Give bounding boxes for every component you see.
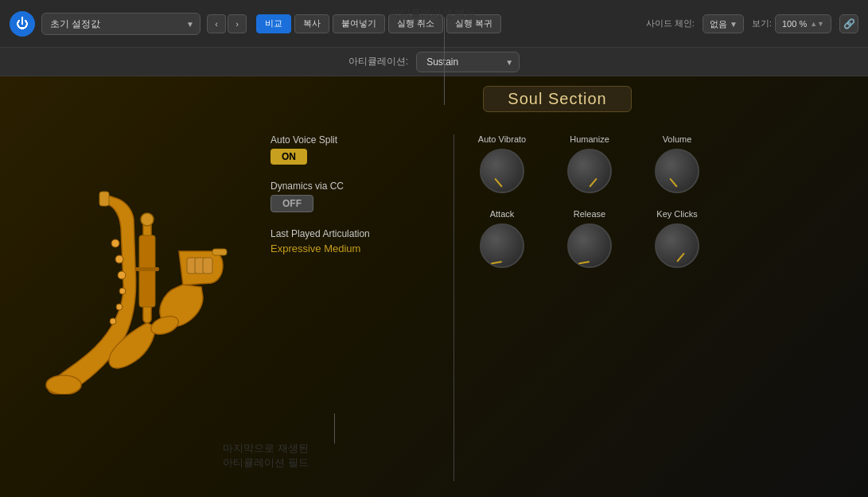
auto-voice-split-group: Auto Voice Split ON <box>263 134 438 165</box>
copy-button[interactable]: 복사 <box>294 14 329 33</box>
key-clicks-label: Key Clicks <box>656 209 697 219</box>
humanize-knob[interactable] <box>567 149 612 193</box>
volume-indicator <box>669 178 678 188</box>
humanize-label: Humanize <box>570 134 609 144</box>
side-chain-dropdown[interactable]: 없음 <box>703 14 744 33</box>
articulation-dropdown[interactable]: Sustain Staccato Short Accent <box>416 52 520 72</box>
release-indicator <box>578 261 590 264</box>
knob-row-1: Auto Vibrato Humanize Volume <box>470 134 852 193</box>
power-button[interactable]: ⏻ <box>10 11 35 37</box>
dynamics-via-cc-toggle[interactable]: OFF <box>271 195 313 212</box>
svg-point-2 <box>115 255 123 263</box>
svg-point-1 <box>111 239 119 247</box>
svg-point-3 <box>118 271 126 279</box>
top-bar: ⏻ 초기 설정값 ▼ ‹ › 비교 복사 붙여넣기 실행 취소 실행 복귀 사이… <box>0 0 868 48</box>
auto-vibrato-knob[interactable] <box>480 149 524 193</box>
dynamics-via-cc-group: Dynamics via CC OFF <box>263 181 438 212</box>
preset-dropdown[interactable]: 초기 설정값 <box>41 13 200 35</box>
nav-prev-button[interactable]: ‹ <box>207 14 226 33</box>
vertical-divider <box>453 134 454 481</box>
svg-rect-11 <box>135 267 159 271</box>
release-label: Release <box>574 209 605 219</box>
view-spinner[interactable]: 100 % ▲▼ <box>775 14 831 33</box>
volume-knob-group: Volume <box>645 134 709 193</box>
auto-vibrato-indicator <box>494 178 503 188</box>
plugin-title-bar: Soul Section <box>247 76 868 118</box>
last-played-articulation-group: Last Played Articulation Expressive Medi… <box>263 228 438 254</box>
toolbar-buttons: 비교 복사 붙여넣기 실행 취소 실행 복귀 <box>256 14 501 33</box>
compare-button[interactable]: 비교 <box>256 14 291 33</box>
last-played-articulation-label: Last Played Articulation <box>263 228 438 239</box>
svg-rect-16 <box>212 249 227 255</box>
auto-voice-split-toggle[interactable]: ON <box>271 149 307 165</box>
view-control: 보기: 100 % ▲▼ <box>752 14 831 33</box>
svg-rect-7 <box>99 192 109 206</box>
plugin-title: Soul Section <box>483 86 631 112</box>
plugin-content: Auto Voice Split ON Dynamics via CC OFF … <box>247 118 868 497</box>
trumpet-group <box>149 249 227 338</box>
paste-button[interactable]: 붙여넣기 <box>333 14 385 33</box>
attack-knob[interactable] <box>480 223 524 268</box>
link-button[interactable]: 🔗 <box>839 14 858 33</box>
side-chain-label: 사이드 체인: <box>646 17 695 29</box>
attack-label: Attack <box>490 209 515 219</box>
key-clicks-indicator <box>676 253 685 262</box>
undo-button[interactable]: 실행 취소 <box>388 14 443 33</box>
release-knob[interactable] <box>567 223 612 268</box>
left-controls: Auto Voice Split ON Dynamics via CC OFF … <box>263 126 438 489</box>
right-knobs: Auto Vibrato Humanize Volume <box>470 126 852 489</box>
preset-dropdown-wrap: 초기 설정값 ▼ <box>41 13 200 35</box>
side-chain-dropdown-wrap: 없음 ▼ <box>703 14 744 33</box>
main-area: Soul Section Auto Voice Split ON Dynamic… <box>0 76 868 497</box>
articulation-dropdown-wrap: Sustain Staccato Short Accent ▼ <box>416 52 520 72</box>
release-knob-group: Release <box>558 209 621 268</box>
dynamics-via-cc-label: Dynamics via CC <box>263 181 438 192</box>
articulation-label: 아티큘레이션: <box>348 55 408 68</box>
knob-row-2: Attack Release Key Clicks <box>470 209 852 268</box>
svg-point-10 <box>141 213 154 226</box>
articulation-bar: 아티큘레이션: Sustain Staccato Short Accent ▼ <box>0 48 868 76</box>
attack-indicator <box>491 261 502 264</box>
auto-voice-split-label: Auto Voice Split <box>263 134 438 146</box>
spinner-arrows: ▲▼ <box>810 20 824 28</box>
nav-buttons: ‹ › <box>207 14 247 33</box>
auto-vibrato-knob-group: Auto Vibrato <box>470 134 534 193</box>
view-label: 보기: <box>752 17 772 29</box>
auto-vibrato-label: Auto Vibrato <box>478 134 526 144</box>
volume-label: Volume <box>663 134 692 144</box>
view-value: 100 % <box>782 19 807 29</box>
key-clicks-knob[interactable] <box>655 223 699 268</box>
humanize-indicator <box>589 178 597 188</box>
humanize-knob-group: Humanize <box>558 134 621 193</box>
power-icon: ⏻ <box>16 17 29 31</box>
instrument-area <box>0 76 247 497</box>
svg-point-0 <box>46 375 81 394</box>
key-clicks-knob-group: Key Clicks <box>645 209 709 268</box>
plugin-panel: Soul Section Auto Voice Split ON Dynamic… <box>247 76 868 497</box>
redo-button[interactable]: 실행 복귀 <box>446 14 501 33</box>
volume-knob[interactable] <box>655 149 699 193</box>
last-played-articulation-value: Expressive Medium <box>263 243 360 254</box>
svg-point-6 <box>110 318 116 324</box>
instruments-svg <box>16 180 231 394</box>
attack-knob-group: Attack <box>470 209 534 268</box>
svg-point-4 <box>119 288 126 294</box>
right-controls: 사이드 체인: 없음 ▼ 보기: 100 % ▲▼ 🔗 <box>646 14 858 33</box>
svg-rect-15 <box>203 258 212 274</box>
svg-point-5 <box>116 304 123 310</box>
nav-next-button[interactable]: › <box>228 14 247 33</box>
